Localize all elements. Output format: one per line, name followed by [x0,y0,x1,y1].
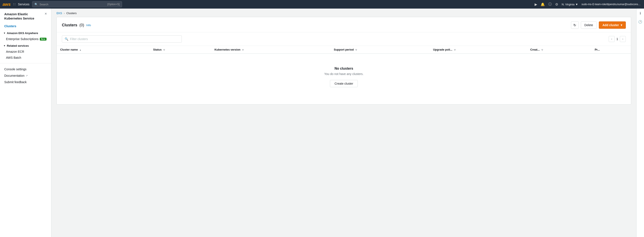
empty-state-subtitle: You do not have any clusters. [62,72,626,76]
clusters-card-header: Clusters (0) Info ↻ Delete Add cluster ▾ [57,17,631,32]
sidebar-item-submit-feedback[interactable]: Submit feedback [0,79,51,85]
right-panel-info-icon[interactable]: ℹ [637,10,643,16]
refresh-icon: ↻ [573,23,576,27]
clusters-table-wrap: Cluster name ▲ Status ▽ Kubernetes versi… [57,46,631,104]
filter-bar: 🔍 ‹ 1 › [57,32,631,46]
external-link-icon: ↗ [26,74,28,77]
filter-icon-k8s: ▽ [242,49,244,51]
region-selector[interactable]: N. Virginia ▼ [562,3,578,6]
bell-icon[interactable]: 🔔 [540,2,545,7]
col-kubernetes-version[interactable]: Kubernetes version ▽ [211,46,330,54]
pagination-next-button[interactable]: › [620,36,626,42]
filter-search-icon: 🔍 [65,37,68,41]
filter-icon-status: ▽ [163,49,165,51]
pagination-controls: ‹ 1 › [609,36,626,42]
sidebar-item-aws-batch[interactable]: AWS Batch [0,55,51,61]
clusters-title: Clusters [62,23,77,28]
right-panel: ℹ 🕐 [636,9,644,237]
info-link[interactable]: Info [86,24,91,27]
sidebar-item-enterprise-subscriptions-label: Enterprise Subscriptions [6,37,38,41]
right-panel-clock-icon[interactable]: 🕐 [637,19,643,25]
aws-logo[interactable]: aws [2,2,11,7]
sidebar-item-amazon-ecr-label: Amazon ECR [6,50,24,53]
clusters-table: Cluster name ▲ Status ▽ Kubernetes versi… [57,46,631,54]
chevron-down-icon: ▼ [4,32,6,34]
help-icon[interactable]: ⓘ [548,2,552,7]
filter-icon-created: ▽ [542,49,543,51]
sidebar-title: Amazon Elastic Kubernetes Service [4,12,44,20]
sidebar-section-related-services-label: Related services [7,44,29,47]
empty-state-title: No clusters [62,67,626,71]
sidebar-item-documentation-label: Documentation [4,74,24,77]
clusters-title-area: Clusters (0) Info [62,23,91,28]
grid-icon[interactable]: ∷ [13,2,16,7]
search-bar[interactable]: 🔍 [Option+S] [32,1,122,7]
col-created[interactable]: Creat... ▽ [527,46,591,54]
create-cluster-button[interactable]: Create cluster [330,80,358,87]
sidebar-item-submit-feedback-label: Submit feedback [4,80,26,84]
search-icon: 🔍 [34,3,38,6]
main-layout: Amazon Elastic Kubernetes Service × Clus… [0,9,644,237]
breadcrumb: EKS › Clusters [52,9,636,17]
sidebar-item-aws-batch-label: AWS Batch [6,56,21,59]
add-cluster-button[interactable]: Add cluster ▾ [599,22,626,29]
col-cluster-name[interactable]: Cluster name ▲ [57,46,150,54]
sidebar-section-eks-anywhere[interactable]: ▼ Amazon EKS Anywhere [0,29,51,36]
table-header-row: Cluster name ▲ Status ▽ Kubernetes versi… [57,46,631,54]
sidebar: Amazon Elastic Kubernetes Service × Clus… [0,9,52,237]
search-input[interactable] [40,3,106,6]
clusters-actions: ↻ Delete Add cluster ▾ [571,22,626,29]
filter-icon-upgrade: ▽ [454,49,456,51]
sidebar-item-clusters[interactable]: Clusters [0,23,51,29]
breadcrumb-separator: › [64,12,65,15]
aws-logo-text: aws [2,2,11,7]
sidebar-header: Amazon Elastic Kubernetes Service × [0,9,51,23]
empty-state: No clusters You do not have any clusters… [57,54,631,104]
chevron-down-icon-2: ▼ [4,45,6,47]
clusters-count: (0) [80,23,84,28]
top-navigation: aws ∷ Services 🔍 [Option+S] ▶ 🔔 ⓘ ⚙ N. V… [0,0,644,9]
terminal-icon[interactable]: ▶ [534,2,537,7]
add-cluster-dropdown-icon: ▾ [621,23,622,27]
add-cluster-label: Add cluster [602,23,619,27]
refresh-button[interactable]: ↻ [571,22,579,29]
sidebar-item-documentation[interactable]: Documentation ↗ [0,72,51,79]
col-pr[interactable]: Pr... [591,46,631,54]
sort-asc-icon: ▲ [80,49,81,51]
nav-right-actions: ▶ 🔔 ⓘ ⚙ N. Virginia ▼ sudo-ms-l2-team-ro… [534,2,642,7]
col-status[interactable]: Status ▽ [150,46,211,54]
sidebar-item-clusters-label: Clusters [4,25,16,28]
main-content: EKS › Clusters Clusters (0) Info ↻ Delet… [52,9,636,237]
sidebar-item-console-settings-label: Console settings [4,68,26,71]
delete-button[interactable]: Delete [581,22,597,29]
col-upgrade-policy[interactable]: Upgrade poli... ▽ [430,46,527,54]
pagination-prev-button[interactable]: ‹ [609,36,615,42]
filter-clusters-input[interactable] [70,37,179,41]
sidebar-nav: Clusters ▼ Amazon EKS Anywhere Enterpris… [0,23,51,85]
filter-input-container[interactable]: 🔍 [62,35,182,43]
settings-icon[interactable]: ⚙ [555,2,558,7]
new-badge: New [40,38,46,41]
clusters-card: Clusters (0) Info ↻ Delete Add cluster ▾ [56,17,631,105]
breadcrumb-current: Clusters [66,12,77,15]
sidebar-section-eks-anywhere-label: Amazon EKS Anywhere [7,32,38,35]
services-nav-label[interactable]: Services [18,3,30,6]
search-shortcut: [Option+S] [107,3,120,6]
breadcrumb-eks-link[interactable]: EKS [56,12,62,15]
sidebar-section-related-services[interactable]: ▼ Related services [0,42,51,49]
sidebar-item-enterprise-subscriptions[interactable]: Enterprise Subscriptions New [0,36,51,42]
user-menu[interactable]: sudo-ms-l2-team-role/dipendra.kumar@sudo… [582,3,642,6]
pagination-current-page: 1 [616,37,618,41]
sidebar-item-amazon-ecr[interactable]: Amazon ECR [0,49,51,55]
region-chevron-icon: ▼ [575,3,578,6]
filter-icon-support: ▽ [356,49,357,51]
col-support-period[interactable]: Support period ▽ [330,46,430,54]
region-label: N. Virginia [562,3,574,6]
sidebar-item-console-settings[interactable]: Console settings [0,66,51,72]
sidebar-close-button[interactable]: × [44,12,47,16]
